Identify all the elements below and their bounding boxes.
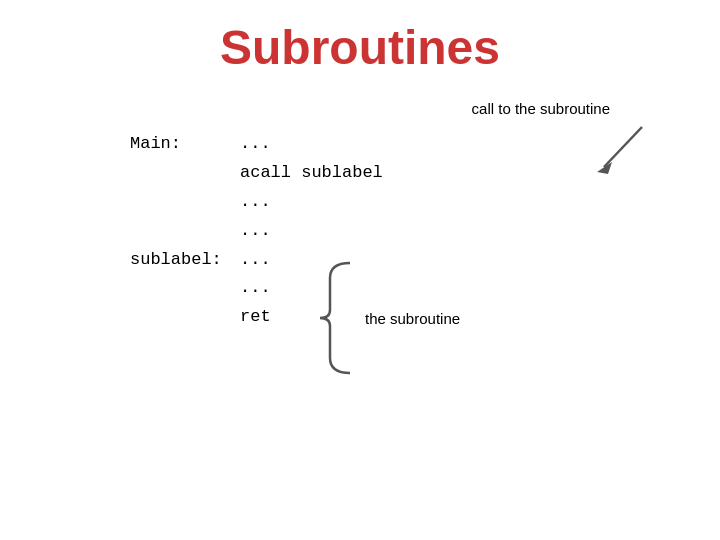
code-line-2: acall sublabel [130, 159, 383, 188]
code-dots-4: ... [240, 217, 271, 246]
main-label: Main: [130, 130, 240, 159]
svg-line-0 [604, 127, 642, 167]
call-to-subroutine-label: call to the subroutine [472, 100, 610, 117]
code-dots-1: ... [240, 130, 271, 159]
sublabel-label: sublabel: [130, 246, 240, 275]
code-ret: ret [240, 303, 271, 332]
subroutine-brace [310, 258, 365, 378]
subroutine-label: the subroutine [365, 310, 460, 327]
code-dots-3: ... [240, 188, 271, 217]
code-line-4: ... [130, 217, 383, 246]
code-line-1: Main: ... [130, 130, 383, 159]
page-title: Subroutines [220, 20, 500, 75]
svg-marker-1 [597, 162, 612, 174]
code-acall: acall sublabel [240, 159, 383, 188]
code-dots-6: ... [240, 274, 271, 303]
code-dots-5: ... [240, 246, 271, 275]
code-line-3: ... [130, 188, 383, 217]
